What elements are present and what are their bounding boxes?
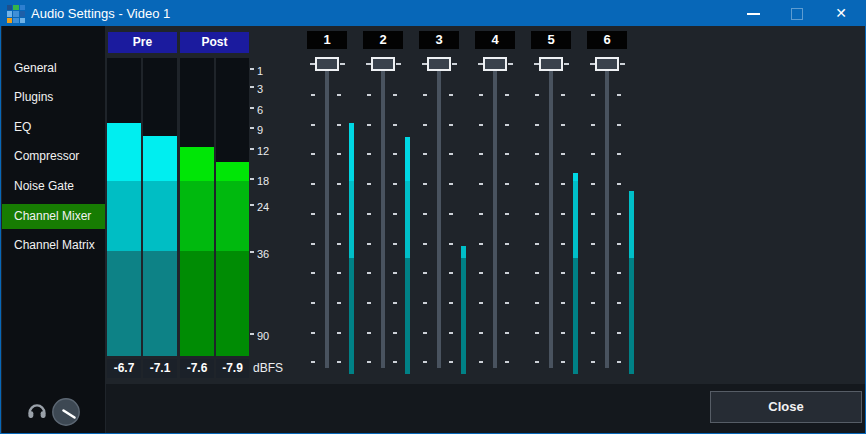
channel-tick [561, 213, 565, 215]
channel-tick [561, 153, 565, 155]
channel-tick [505, 124, 509, 126]
sidebar-item-general[interactable]: General [2, 56, 105, 81]
channel-tick [449, 124, 453, 126]
channel-tick [591, 153, 595, 155]
channel-slider-track-2[interactable] [381, 64, 385, 368]
channel-slider-handle-2[interactable] [371, 57, 395, 71]
window-titlebar: Audio Settings - Video 1 ✕ [1, 1, 865, 26]
channel-tick [617, 213, 621, 215]
sidebar-item-noise-gate[interactable]: Noise Gate [2, 174, 105, 199]
minimize-button[interactable] [733, 1, 773, 26]
channel-meter-3 [461, 246, 466, 258]
channel-tick [617, 124, 621, 126]
channel-header-2: 2 [363, 31, 403, 49]
channel-tick [535, 213, 539, 215]
slider-handle-dash [396, 63, 401, 65]
channel-tick [423, 94, 427, 96]
channel-tick [393, 272, 397, 274]
slider-handle-dash [620, 63, 625, 65]
channel-tick [367, 361, 371, 363]
channel-tick [367, 94, 371, 96]
channel-slider-track-6[interactable] [605, 64, 609, 368]
channel-meter-5 [573, 258, 578, 374]
channel-header-1: 1 [307, 31, 347, 49]
app-icon-square [20, 18, 25, 23]
channel-slider-track-1[interactable] [325, 64, 329, 368]
channel-slider-handle-6[interactable] [595, 57, 619, 71]
channel-tick [535, 153, 539, 155]
channel-slider-handle-1[interactable] [315, 57, 339, 71]
slider-handle-dash [564, 63, 569, 65]
sidebar-item-plugins[interactable]: Plugins [2, 85, 105, 110]
channel-tick [617, 272, 621, 274]
channel-tick [479, 153, 483, 155]
channel-meter-1 [349, 258, 354, 374]
channel-slider-track-4[interactable] [493, 64, 497, 368]
channel-tick [591, 124, 595, 126]
slider-handle-dash [340, 63, 345, 65]
channel-tick [479, 94, 483, 96]
close-button[interactable]: Close [710, 391, 862, 423]
app-icon-square [20, 11, 25, 16]
monitor-volume-knob[interactable] [51, 397, 81, 427]
channel-tick [311, 361, 315, 363]
channel-tick [311, 183, 315, 185]
sidebar-item-compressor[interactable]: Compressor [2, 144, 105, 169]
channel-tick [393, 213, 397, 215]
close-window-button[interactable]: ✕ [821, 1, 861, 26]
channel-slider-handle-4[interactable] [483, 57, 507, 71]
channel-tick [311, 302, 315, 304]
channel-tick [591, 272, 595, 274]
channel-tick [423, 183, 427, 185]
sidebar-item-eq[interactable]: EQ [2, 115, 105, 140]
scale-tick [250, 251, 254, 253]
meter-bar-segment [143, 136, 177, 181]
channel-tick [535, 361, 539, 363]
scale-tick [250, 178, 254, 180]
channel-tick [449, 332, 453, 334]
channel-tick [505, 361, 509, 363]
channel-tick [449, 361, 453, 363]
meter-bar-segment [143, 181, 177, 251]
channel-meter-5 [573, 181, 578, 258]
channel-tick [393, 153, 397, 155]
channel-slider-handle-5[interactable] [539, 57, 563, 71]
channel-tick [367, 302, 371, 304]
scale-label: 18 [257, 176, 269, 187]
meter-value: -6.7 [107, 359, 141, 378]
sidebar-item-channel-matrix[interactable]: Channel Matrix [2, 233, 105, 258]
channel-tick [337, 243, 341, 245]
channel-tick [535, 332, 539, 334]
audio-settings-window: Audio Settings - Video 1 ✕ GeneralPlugin… [0, 0, 866, 434]
channel-tick [479, 361, 483, 363]
channel-meter-6 [629, 258, 634, 374]
channel-tick [423, 243, 427, 245]
channel-tick [591, 243, 595, 245]
channel-tick [367, 124, 371, 126]
channel-tick [367, 332, 371, 334]
app-icon-square [13, 11, 18, 16]
channel-tick [561, 332, 565, 334]
maximize-button [777, 1, 817, 26]
channel-tick [591, 332, 595, 334]
channel-slider-track-5[interactable] [549, 64, 553, 368]
channel-tick [535, 94, 539, 96]
app-icon-square [20, 5, 25, 10]
headphones-icon[interactable] [26, 399, 48, 421]
meter-value: -7.6 [180, 359, 214, 378]
window-title: Audio Settings - Video 1 [31, 1, 170, 26]
channel-slider-handle-3[interactable] [427, 57, 451, 71]
channel-tick [337, 361, 341, 363]
sidebar-item-channel-mixer[interactable]: Channel Mixer [2, 204, 105, 229]
scale-tick [250, 127, 254, 129]
meter-bar-segment [107, 181, 141, 251]
channel-tick [561, 94, 565, 96]
meter-bar-segment [216, 181, 249, 251]
channel-tick [337, 213, 341, 215]
channel-tick [393, 124, 397, 126]
channel-slider-track-3[interactable] [437, 64, 441, 368]
scale-label: 6 [257, 105, 263, 116]
channel-tick [449, 213, 453, 215]
channel-meter-2 [405, 258, 410, 374]
channel-meter-2 [405, 137, 410, 181]
